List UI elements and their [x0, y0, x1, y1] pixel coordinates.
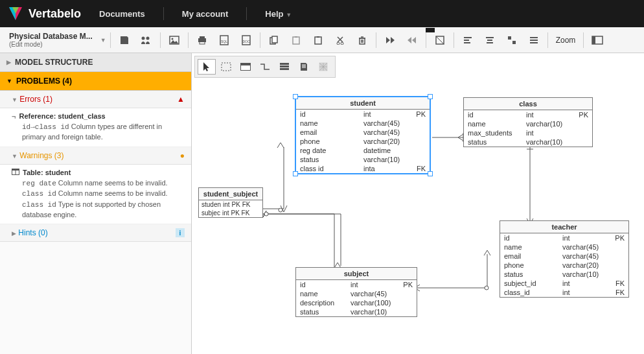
entity-title: subject [296, 268, 417, 280]
divider [246, 7, 247, 20]
svg-point-35 [279, 208, 282, 212]
print-button[interactable] [192, 31, 212, 49]
align-left-button[interactable] [458, 31, 477, 49]
doc-title-area[interactable]: Physical Database M... (Edit mode) [4, 32, 98, 48]
svg-rect-33 [280, 68, 289, 70]
section-warnings[interactable]: ▼ Warnings (3) ● [0, 147, 191, 165]
entity-subject[interactable]: subject idintPKnamevarchar(45)descriptio… [295, 267, 417, 317]
resize-handle[interactable] [293, 171, 298, 176]
chevron-down-icon[interactable]: ▼ [100, 37, 106, 43]
logo-icon [8, 6, 23, 21]
note-tool[interactable] [295, 59, 313, 75]
logo[interactable]: Vertabelo [8, 6, 81, 21]
fit-button[interactable] [430, 31, 450, 49]
problem-item-table[interactable]: Table: student reg date Column name seem… [0, 165, 191, 225]
column-row: idintPK [500, 233, 628, 242]
sql-export-button[interactable]: SQL [214, 31, 234, 49]
column-row: statusvarchar(10) [464, 137, 592, 147]
paste-shortcut-button[interactable] [286, 31, 306, 49]
warning-icon: ● [180, 151, 185, 160]
column-row: statusvarchar(10) [500, 270, 628, 279]
share-button[interactable] [137, 31, 156, 49]
area-tool[interactable] [314, 59, 332, 75]
error-icon: ▲ [177, 95, 185, 104]
panel-problems[interactable]: ▼ PROBLEMS (4) [0, 72, 191, 91]
doc-mode: (Edit mode) [9, 41, 93, 48]
column-row: emailvarchar(45) [296, 128, 430, 137]
entity-title: teacher [500, 221, 628, 233]
entity-student[interactable]: student idintPKnamevarchar(45)emailvarch… [295, 96, 431, 174]
column-row: phonevarchar(20) [500, 261, 628, 270]
marquee-tool[interactable] [217, 59, 235, 75]
canvas[interactable]: student idintPKnamevarchar(45)emailvarch… [192, 53, 644, 354]
svg-point-1 [146, 36, 149, 40]
svg-rect-19 [360, 38, 365, 44]
problem-item-reference[interactable]: ¬Reference: student_class id→class id Co… [0, 108, 191, 147]
entity-columns: studenintPK FKsubjecintPK FK [199, 200, 262, 217]
redo-button[interactable] [402, 31, 422, 49]
topbar: Vertabelo Documents My account Help ▼ [0, 0, 644, 27]
panel-toggle-button[interactable] [588, 31, 607, 49]
entity-title: class [464, 98, 592, 110]
svg-rect-12 [272, 36, 277, 43]
delete-button[interactable] [352, 31, 372, 49]
image-export-button[interactable] [165, 31, 184, 49]
svg-rect-22 [512, 41, 516, 44]
doc-title: Physical Database M... [9, 32, 93, 41]
nav-myaccount[interactable]: My account [177, 9, 234, 19]
reference-tool[interactable] [256, 59, 274, 75]
entity-columns: idintPKnamevarchar(45)emailvarchar(45)ph… [500, 233, 628, 297]
pointer-tool[interactable] [198, 59, 216, 75]
section-errors[interactable]: ▼ Errors (1) ▲ [0, 91, 191, 108]
canvas-toolbar [194, 56, 336, 78]
entity-class[interactable]: class idintPKnamevarchar(10)max_students… [463, 97, 593, 147]
entity-teacher[interactable]: teacher idintPKnamevarchar(45)emailvarch… [500, 220, 629, 298]
entity-title: student_subject [199, 188, 262, 200]
column-row: subjecintPK FK [199, 209, 262, 217]
column-row: class_idintFK [500, 288, 628, 297]
resize-handle[interactable] [428, 171, 433, 176]
column-row: emailvarchar(45) [500, 252, 628, 261]
entity-student-subject[interactable]: student_subject studenintPK FKsubjecintP… [198, 187, 263, 218]
logo-text: Vertabelo [29, 7, 81, 21]
svg-point-36 [264, 212, 268, 216]
resize-handle[interactable] [293, 94, 298, 99]
zoom-label[interactable]: Zoom [552, 36, 580, 45]
entity-columns: idintPKnamevarchar(45)descriptionvarchar… [296, 280, 417, 316]
nav-documents[interactable]: Documents [94, 9, 150, 19]
reference-icon: ¬ [12, 112, 16, 120]
table-tool[interactable] [236, 59, 255, 75]
svg-rect-28 [222, 63, 231, 71]
svg-rect-32 [280, 65, 289, 67]
nav-help[interactable]: Help ▼ [260, 9, 297, 19]
chevron-down-icon: ▼ [12, 153, 17, 159]
column-row: phonevarchar(20) [296, 137, 430, 146]
svg-rect-15 [315, 37, 321, 44]
info-icon: i [176, 228, 185, 237]
align-button[interactable] [524, 31, 544, 49]
undo-button[interactable] [380, 31, 400, 49]
doc-export-button[interactable]: DOC [236, 31, 256, 49]
divider [163, 7, 164, 20]
svg-rect-21 [508, 36, 511, 40]
entity-title: student [296, 97, 430, 110]
paste-button[interactable] [308, 31, 328, 49]
svg-text:DOC: DOC [242, 40, 250, 43]
panel-model-structure[interactable]: ▶ MODEL STRUCTURE [0, 53, 191, 72]
svg-point-18 [341, 42, 343, 45]
resize-handle[interactable] [428, 94, 433, 99]
copy-button[interactable] [264, 31, 284, 49]
section-hints[interactable]: ▶ Hints (0) i [0, 224, 191, 242]
align-center-button[interactable] [480, 31, 500, 49]
entity-columns: idintPKnamevarchar(10)max_studentsintsta… [464, 110, 592, 147]
svg-point-17 [337, 42, 339, 45]
column-row: reg datedatetime [296, 146, 430, 155]
align-distribute-button[interactable] [502, 31, 522, 49]
column-row: statusvarchar(10) [296, 307, 417, 316]
view-tool[interactable] [275, 59, 293, 75]
column-row: namevarchar(10) [464, 119, 592, 128]
cut-button[interactable] [330, 31, 350, 49]
save-button[interactable] [115, 31, 134, 49]
main-toolbar: Physical Database M... (Edit mode) ▼ SQL… [0, 27, 644, 53]
svg-point-0 [141, 36, 144, 40]
